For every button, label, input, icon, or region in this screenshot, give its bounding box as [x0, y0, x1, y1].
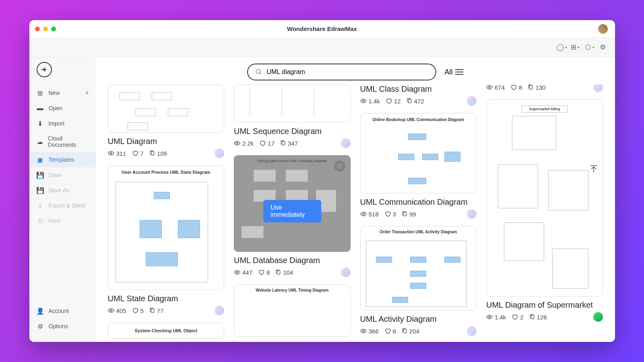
top-toolbar: ◯▾ ⊞▾ ⬡▾ ⚙	[29, 38, 615, 57]
author-avatar[interactable]	[341, 267, 351, 277]
help-icon[interactable]: ◯▾	[556, 44, 564, 51]
maximize-window-button[interactable]	[51, 27, 56, 31]
heart-icon	[259, 140, 266, 146]
gear-icon: ⚙	[37, 323, 44, 330]
copy-icon	[407, 98, 412, 104]
author-avatar[interactable]	[467, 326, 477, 336]
share-icon[interactable]: ⬡▾	[585, 44, 592, 51]
copy-icon	[528, 84, 533, 90]
menu-icon	[455, 69, 463, 75]
template-card-state[interactable]: User Account Process UML State Diagram U…	[108, 165, 225, 315]
sidebar-item-label: New	[49, 90, 60, 96]
close-window-button[interactable]	[35, 27, 40, 31]
template-title: UML Communication Diagram	[360, 197, 477, 207]
folder-icon: ▬	[37, 105, 44, 112]
eye-icon	[108, 307, 114, 314]
thumb-caption: Supermarket billing	[521, 105, 568, 113]
minimize-window-button[interactable]	[43, 27, 48, 31]
template-stats: 366 8 204	[360, 326, 477, 336]
heart-icon	[132, 307, 138, 314]
template-card-activity[interactable]: Order Transaction UML Activity Diagram U…	[360, 226, 477, 336]
sidebar-item-export: ⇪Export & Send	[29, 198, 96, 213]
scroll-top-button[interactable]	[589, 165, 598, 174]
template-stats: 1.4k 2 126	[486, 312, 603, 322]
template-card-database[interactable]: ♡ Spring Data Access UML Package Diagram…	[234, 155, 351, 277]
svg-point-5	[236, 142, 238, 144]
user-avatar[interactable]	[598, 24, 608, 34]
template-title: UML Class Diagram	[360, 84, 477, 94]
heart-icon	[132, 150, 138, 156]
sidebar-item-open[interactable]: ▬Open	[29, 101, 96, 116]
eye-icon	[360, 98, 367, 104]
template-card-timing-partial[interactable]: Website Latency UML Timing Diagram	[234, 284, 351, 337]
template-card-class[interactable]: UML Class Diagram 1.4k 12 472	[360, 84, 477, 106]
search-input[interactable]	[266, 68, 428, 76]
eye-icon	[360, 211, 367, 217]
app-window: Wondershare EdrawMax ◯▾ ⊞▾ ⬡▾ ⚙ ⊞New+ ▬O…	[29, 20, 615, 342]
eye-icon	[108, 150, 114, 156]
template-card-communication[interactable]: Online Bookshop UML Communication Diagra…	[360, 113, 477, 219]
svg-rect-12	[404, 212, 407, 216]
settings-icon[interactable]: ⚙	[600, 44, 607, 51]
template-thumbnail: Supermarket billing	[486, 99, 603, 296]
template-icon: ▣	[37, 156, 44, 163]
author-avatar[interactable]	[467, 96, 477, 106]
sidebar-item-account[interactable]: 👤Account	[29, 303, 96, 319]
copy-icon	[529, 314, 535, 320]
thumb-caption: User Account Process UML State Diagram	[108, 170, 224, 175]
eye-icon	[234, 269, 240, 276]
template-card-object-partial[interactable]: System Checking UML Object	[108, 323, 225, 339]
template-card-sequence[interactable]: UML Sequence Diagram 2.2k 17 347	[234, 84, 351, 148]
filter-label: All	[444, 68, 452, 76]
template-card-uml-diagram[interactable]: UML Diagram 311 7 109	[108, 84, 225, 158]
author-avatar[interactable]	[215, 148, 224, 158]
author-avatar[interactable]	[593, 84, 603, 92]
sidebar-item-options[interactable]: ⚙Options	[29, 319, 96, 334]
apps-icon[interactable]: ⊞▾	[571, 44, 578, 51]
sidebar-item-templates[interactable]: ▣Templates	[29, 152, 96, 167]
template-stats-partial: 674 8 130	[486, 84, 603, 92]
sidebar-item-label: Import	[49, 120, 65, 127]
author-avatar[interactable]	[593, 312, 603, 322]
svg-point-1	[110, 152, 112, 154]
author-avatar[interactable]	[215, 306, 224, 315]
back-button[interactable]	[37, 62, 52, 77]
svg-rect-14	[404, 329, 407, 333]
template-thumbnail	[108, 84, 225, 133]
eye-icon	[486, 314, 493, 320]
copy-icon	[275, 269, 281, 276]
sidebar-item-cloud[interactable]: ☁Cloud Documents	[29, 131, 96, 152]
sidebar-item-new[interactable]: ⊞New+	[29, 85, 96, 101]
template-card-supermarket[interactable]: Supermarket billing UML Diagram of Super…	[486, 99, 603, 322]
sidebar-item-label: Export & Send	[49, 202, 85, 209]
template-stats: 447 8 104	[234, 267, 351, 277]
download-icon: ⬇	[37, 120, 44, 127]
template-stats: 311 7 109	[108, 148, 225, 158]
content-area: All UML Diagram 311 7 109	[96, 57, 615, 342]
search-box[interactable]	[247, 64, 436, 80]
heart-icon	[512, 314, 518, 320]
heart-icon	[510, 84, 517, 90]
plus-box-icon: ⊞	[37, 89, 44, 97]
sidebar: ⊞New+ ▬Open ⬇Import ☁Cloud Documents ▣Te…	[29, 57, 96, 342]
cloud-icon: ☁	[37, 138, 43, 145]
author-avatar[interactable]	[467, 209, 477, 219]
svg-point-15	[489, 86, 490, 88]
template-thumbnail: Online Bookshop UML Communication Diagra…	[360, 113, 477, 193]
svg-rect-4	[151, 309, 154, 312]
heart-icon	[258, 269, 264, 276]
use-immediately-button[interactable]: Use immediately	[263, 200, 321, 222]
template-thumbnail: User Account Process UML State Diagram	[108, 165, 225, 290]
sidebar-bottom: 👤Account ⚙Options	[29, 303, 96, 342]
filter-all-button[interactable]: All	[444, 68, 463, 76]
person-icon: 👤	[37, 307, 44, 315]
saveas-icon: 💾	[37, 187, 44, 194]
copy-icon	[402, 328, 407, 334]
print-icon: ⎙	[37, 217, 44, 224]
sidebar-item-import[interactable]: ⬇Import	[29, 116, 96, 131]
author-avatar[interactable]	[341, 138, 351, 148]
sidebar-item-label: Save As	[49, 187, 69, 193]
template-title: UML Database Diagram	[234, 256, 351, 265]
thumb-caption: Order Transaction UML Activity Diagram	[361, 230, 477, 234]
heart-icon	[384, 328, 391, 334]
